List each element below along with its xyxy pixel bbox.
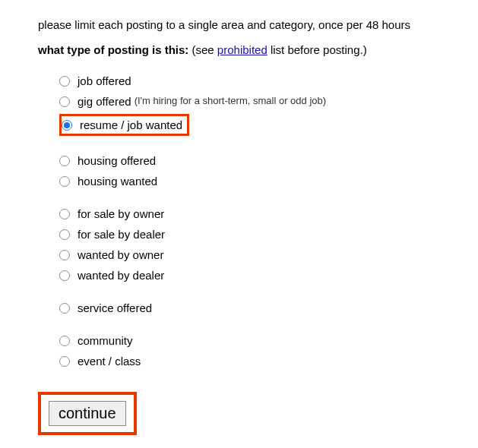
see-prefix: (see xyxy=(188,43,217,56)
option-housing-offered[interactable]: housing offered xyxy=(59,153,440,169)
option-label: service offered xyxy=(78,300,152,316)
radio-event-class[interactable] xyxy=(59,356,70,367)
option-label: event / class xyxy=(78,353,141,369)
option-group: communityevent / class xyxy=(59,333,440,369)
option-label: job offered xyxy=(78,73,131,89)
question-bold: what type of posting is this: xyxy=(38,43,188,56)
option-label: resume / job wanted xyxy=(80,117,182,133)
radio-service-offered[interactable] xyxy=(59,303,70,314)
radio-for-sale-by-dealer[interactable] xyxy=(59,229,70,240)
option-note: (I'm hiring for a short-term, small or o… xyxy=(135,94,326,108)
radio-job-offered[interactable] xyxy=(59,76,70,87)
option-community[interactable]: community xyxy=(59,333,440,349)
option-label: housing offered xyxy=(78,153,156,169)
radio-housing-wanted[interactable] xyxy=(59,176,70,187)
option-label: housing wanted xyxy=(78,173,157,189)
option-wanted-by-dealer[interactable]: wanted by dealer xyxy=(59,267,440,283)
option-job-offered[interactable]: job offered xyxy=(59,73,440,89)
option-group: for sale by ownerfor sale by dealerwante… xyxy=(59,206,440,283)
see-suffix: list before posting.) xyxy=(267,43,367,56)
option-group: housing offeredhousing wanted xyxy=(59,153,440,189)
option-label: wanted by dealer xyxy=(78,267,164,283)
option-group: job offeredgig offered (I'm hiring for a… xyxy=(59,73,440,136)
radio-resume-job-wanted[interactable] xyxy=(62,120,72,131)
prohibited-link[interactable]: prohibited xyxy=(217,43,267,56)
option-service-offered[interactable]: service offered xyxy=(59,300,440,316)
option-for-sale-by-dealer[interactable]: for sale by dealer xyxy=(59,226,440,242)
option-label: for sale by dealer xyxy=(78,226,165,242)
radio-gig-offered[interactable] xyxy=(59,96,70,107)
posting-limit-text: please limit each posting to a single ar… xyxy=(38,18,440,31)
continue-highlight: continue xyxy=(38,392,137,435)
option-label: gig offered xyxy=(78,93,131,109)
option-label: for sale by owner xyxy=(78,206,164,222)
option-group: service offered xyxy=(59,300,440,316)
radio-for-sale-by-owner[interactable] xyxy=(59,209,70,219)
continue-button[interactable]: continue xyxy=(49,401,126,426)
radio-housing-offered[interactable] xyxy=(59,156,70,166)
radio-wanted-by-owner[interactable] xyxy=(59,250,70,260)
posting-type-options: job offeredgig offered (I'm hiring for a… xyxy=(59,73,440,369)
option-label: wanted by owner xyxy=(78,247,163,263)
radio-community[interactable] xyxy=(59,336,70,346)
option-label: community xyxy=(78,333,133,349)
option-gig-offered[interactable]: gig offered (I'm hiring for a short-term… xyxy=(59,93,440,109)
option-highlight: resume / job wanted xyxy=(59,114,189,136)
radio-wanted-by-dealer[interactable] xyxy=(59,270,70,281)
option-wanted-by-owner[interactable]: wanted by owner xyxy=(59,247,440,263)
option-resume-job-wanted[interactable]: resume / job wanted xyxy=(59,114,440,136)
option-event-class[interactable]: event / class xyxy=(59,353,440,369)
option-for-sale-by-owner[interactable]: for sale by owner xyxy=(59,206,440,222)
posting-type-question: what type of posting is this: (see prohi… xyxy=(38,43,440,56)
option-housing-wanted[interactable]: housing wanted xyxy=(59,173,440,189)
